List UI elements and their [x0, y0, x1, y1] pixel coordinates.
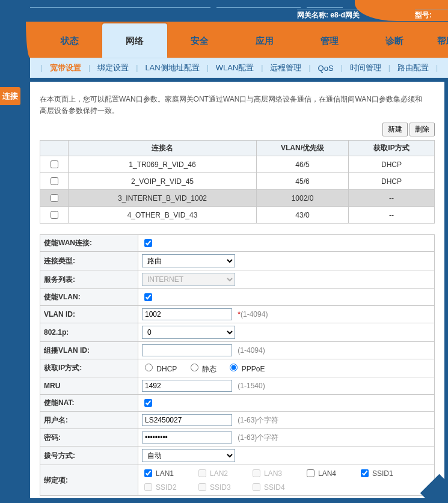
tab-4[interactable]: 管理 — [297, 23, 362, 58]
cell-name: 4_OTHER_B_VID_43 — [69, 207, 257, 224]
radio-pppoe[interactable] — [230, 364, 238, 371]
bind-ssid3: SSID3 — [196, 481, 250, 493]
bind-checkbox-ssid2 — [144, 483, 152, 491]
bind-checkbox-lan1[interactable] — [144, 469, 152, 477]
label-service: 服务列表: — [40, 270, 138, 289]
hint-username: (1-63)个字符 — [238, 416, 278, 424]
select-dial[interactable]: 自动 — [142, 449, 235, 462]
label-enable-wan: 使能WAN连接: — [40, 235, 138, 252]
tab-6[interactable]: 帮助 — [427, 23, 448, 58]
select-conn-type[interactable]: 路由 — [142, 254, 235, 267]
select-service: INTERNET — [142, 273, 235, 286]
input-mcast-vlan[interactable] — [142, 344, 232, 356]
subnav-item-1[interactable]: 绑定设置 — [93, 62, 133, 73]
bind-ssid1[interactable]: SSID1 — [358, 468, 413, 479]
radio-static-label[interactable]: 静态 — [188, 365, 216, 373]
bind-lan1[interactable]: LAN1 — [142, 468, 196, 479]
bind-ssid4: SSID4 — [250, 481, 304, 493]
label-vlan-id: VLAN ID: — [40, 306, 138, 323]
sub-nav: |宽带设置|绑定设置|LAN侧地址配置|WLAN配置|远程管理|QoS|时间管理… — [30, 58, 448, 78]
table-row[interactable]: 2_VOIP_R_VID_4545/6DHCP — [40, 173, 435, 190]
subnav-item-7[interactable]: 路由配置 — [393, 62, 434, 73]
subnav-item-2[interactable]: LAN侧地址配置 — [140, 62, 204, 73]
input-mru[interactable] — [142, 380, 232, 392]
label-password: 密码: — [40, 429, 138, 447]
cell-ipmode: -- — [349, 190, 435, 207]
bind-checkbox-lan2 — [198, 469, 206, 477]
cell-name: 1_TR069_R_VID_46 — [69, 156, 257, 173]
label-mru: MRU — [40, 377, 138, 395]
toolbar: 新建 删除 — [40, 123, 435, 136]
model-label: 型号: — [415, 11, 432, 19]
bind-lan4[interactable]: LAN4 — [304, 468, 358, 479]
table-row[interactable]: 1_TR069_R_VID_4646/5DHCP — [40, 156, 435, 173]
hint-vlan-id: *(1-4094) — [238, 310, 268, 319]
subnav-item-6[interactable]: 时间管理 — [345, 62, 386, 73]
row-checkbox[interactable] — [51, 160, 58, 168]
cell-name: 3_INTERNET_B_VID_1002 — [69, 190, 257, 207]
radio-static[interactable] — [191, 364, 198, 371]
cell-vlan: 45/6 — [257, 173, 349, 190]
bind-lan3: LAN3 — [250, 468, 304, 479]
subnav-item-5[interactable]: QoS — [313, 64, 339, 73]
subnav-item-4[interactable]: 远程管理 — [265, 62, 306, 73]
label-mcast-vlan: 组播VLAN ID: — [40, 342, 138, 359]
cell-vlan: 43/0 — [257, 207, 349, 224]
label-username: 用户名: — [40, 412, 138, 429]
row-checkbox[interactable] — [51, 177, 58, 185]
subnav-item-0[interactable]: 宽带设置 — [45, 62, 86, 73]
cell-ipmode: DHCP — [349, 173, 435, 190]
row-checkbox[interactable] — [51, 194, 58, 202]
bind-checkbox-lan4[interactable] — [307, 469, 315, 477]
tab-5[interactable]: 诊断 — [362, 23, 427, 58]
tab-2[interactable]: 安全 — [167, 23, 232, 58]
gateway-value: e8-d网关 — [330, 11, 360, 19]
label-enable-vlan: 使能VLAN: — [40, 289, 138, 306]
checkbox-enable-vlan[interactable] — [144, 293, 152, 301]
radio-group-ipmode: DHCP 静态 PPPoE — [138, 359, 435, 377]
input-username[interactable] — [142, 414, 232, 426]
tab-0[interactable]: 状态 — [37, 23, 102, 58]
select-8021p[interactable]: 0 — [142, 326, 235, 339]
hint-mru: (1-1540) — [238, 382, 265, 390]
checkbox-enable-nat[interactable] — [144, 399, 152, 407]
bind-checkbox-ssid4 — [253, 483, 260, 491]
delete-button[interactable]: 删除 — [410, 123, 435, 136]
label-ipmode: 获取IP方式: — [40, 359, 138, 377]
bind-ssid2: SSID2 — [142, 481, 196, 493]
binds-group: LAN1LAN2LAN3LAN4SSID1SSID2SSID3SSID4 — [142, 468, 431, 493]
label-8021p: 802.1p: — [40, 323, 138, 342]
cell-ipmode: DHCP — [349, 156, 435, 173]
tab-3[interactable]: 应用 — [232, 23, 297, 58]
radio-dhcp-label[interactable]: DHCP — [142, 365, 177, 373]
table-row[interactable]: 3_INTERNET_B_VID_10021002/0-- — [40, 190, 435, 207]
side-tab-connection[interactable]: 连接 — [0, 87, 20, 105]
input-password[interactable] — [142, 431, 232, 444]
col-name: 连接名 — [69, 141, 257, 156]
bind-lan2: LAN2 — [196, 468, 250, 479]
content-panel: 在本页面上，您可以配置WAN口参数。家庭网关ONT通过WAN口与高层网络设备通信… — [30, 82, 444, 498]
main-nav: 状态网络安全应用管理诊断帮助 — [30, 22, 448, 58]
input-vlan-id[interactable] — [142, 308, 232, 320]
config-form: 使能WAN连接: 连接类型: 路由 服务列表: INTERNET 使能VLAN:… — [40, 234, 435, 496]
hint-mcast-vlan: (1-4094) — [238, 346, 265, 355]
checkbox-enable-wan[interactable] — [144, 239, 152, 247]
bind-checkbox-ssid1[interactable] — [361, 469, 369, 477]
row-checkbox[interactable] — [51, 211, 58, 219]
gateway-info: 网关名称: e8-d网关 — [297, 10, 360, 20]
subnav-item-3[interactable]: WLAN配置 — [211, 62, 259, 73]
radio-pppoe-label[interactable]: PPPoE — [227, 365, 265, 373]
banner-bar: 网关名称: e8-d网关 型号: HG8245 — [30, 7, 448, 19]
cell-vlan: 46/5 — [257, 156, 349, 173]
page-description: 在本页面上，您可以配置WAN口参数。家庭网关ONT通过WAN口与高层网络设备通信… — [40, 94, 435, 117]
table-row[interactable]: 4_OTHER_B_VID_4343/0-- — [40, 207, 435, 224]
bind-checkbox-lan3 — [253, 469, 260, 477]
cell-name: 2_VOIP_R_VID_45 — [69, 173, 257, 190]
tab-1[interactable]: 网络 — [102, 23, 167, 58]
radio-dhcp[interactable] — [145, 364, 153, 371]
new-button[interactable]: 新建 — [382, 123, 408, 136]
label-binds: 绑定项: — [40, 465, 138, 496]
col-vlan: VLAN/优先级 — [257, 141, 349, 156]
col-ipmode: 获取IP方式 — [349, 141, 435, 156]
label-enable-nat: 使能NAT: — [40, 395, 138, 412]
